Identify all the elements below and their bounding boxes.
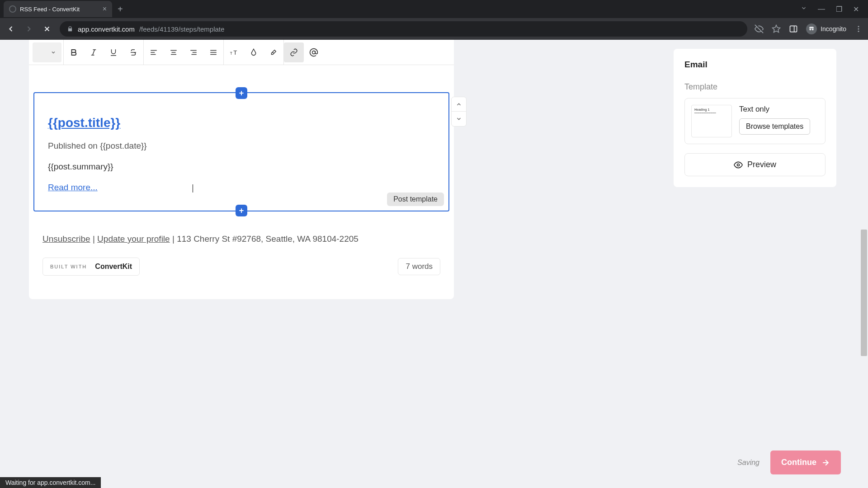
block-content[interactable]: {{post.title}} Published on {{post.date}…	[34, 93, 448, 211]
saving-status: Saving	[737, 459, 760, 467]
mention-button[interactable]	[304, 42, 324, 62]
continue-button[interactable]: Continue	[770, 450, 841, 474]
svg-point-7	[812, 28, 814, 30]
underline-button[interactable]	[104, 42, 123, 62]
continue-label: Continue	[781, 458, 816, 467]
template-section-label: Template	[684, 82, 826, 92]
email-footer: Unsubscribe | Update your profile | 113 …	[33, 234, 449, 258]
align-right-button[interactable]	[184, 42, 203, 62]
word-count: 7 words	[398, 258, 440, 275]
scrollbar-thumb[interactable]	[861, 230, 867, 356]
brand-name: ConvertKit	[95, 263, 132, 271]
separator: |	[93, 234, 97, 244]
browser-tab[interactable]: RSS Feed - ConvertKit ×	[4, 1, 112, 17]
editor-canvas[interactable]: + {{post.title}} Published on {{post.dat…	[29, 65, 454, 299]
template-name: Text only	[739, 105, 810, 114]
read-more-link[interactable]: Read more...	[48, 183, 98, 192]
svg-point-8	[858, 26, 859, 27]
align-left-button[interactable]	[144, 42, 164, 62]
add-block-below-button[interactable]: +	[236, 205, 247, 216]
template-selector: Heading 1 ━━━━━━━━━━━━ Text only Browse …	[684, 98, 826, 144]
editor-toolbar: TT	[29, 40, 454, 65]
read-more-line[interactable]: Read more...	[48, 183, 435, 192]
arrow-right-icon	[821, 458, 830, 467]
browser-chrome: RSS Feed - ConvertKit × + — ❐ ✕ app.conv…	[0, 0, 868, 40]
url-domain: app.convertkit.com	[78, 25, 135, 33]
move-up-button[interactable]	[452, 97, 466, 112]
svg-line-13	[93, 50, 95, 55]
nav-bar: app.convertkit.com/feeds/41139/steps/tem…	[0, 18, 868, 40]
strikethrough-button[interactable]	[123, 42, 143, 62]
post-published-line[interactable]: Published on {{post.date}}	[48, 141, 435, 151]
svg-point-9	[858, 28, 859, 30]
separator: |	[172, 234, 177, 244]
text-cursor	[193, 184, 193, 192]
link-button[interactable]	[284, 42, 304, 62]
editor-bottom-row: BUILT WITH ConvertKit 7 words	[33, 258, 449, 286]
update-profile-link[interactable]: Update your profile	[97, 234, 170, 244]
footer-address: 113 Cherry St #92768, Seattle, WA 98104-…	[177, 234, 359, 244]
post-title[interactable]: {{post.title}}	[48, 116, 435, 130]
incognito-badge[interactable]: Incognito	[806, 23, 846, 34]
block-move-controls	[451, 97, 467, 127]
align-center-button[interactable]	[164, 42, 184, 62]
page-content: TT + {{post.title}} Published on {{post.…	[0, 40, 868, 488]
back-icon[interactable]	[5, 23, 16, 34]
favicon-icon	[9, 5, 16, 13]
preview-label: Preview	[747, 160, 776, 169]
post-summary[interactable]: {{post.summary}}	[48, 162, 435, 172]
svg-text:T: T	[230, 51, 232, 56]
post-date: {{post.date}}	[100, 141, 147, 150]
svg-point-6	[810, 28, 811, 30]
font-size-button[interactable]: TT	[224, 42, 244, 62]
svg-text:T: T	[233, 49, 237, 56]
bookmark-icon[interactable]	[772, 24, 781, 33]
eye-off-icon[interactable]	[755, 24, 764, 33]
close-window-icon[interactable]: ✕	[853, 5, 859, 14]
forward-icon[interactable]	[24, 23, 34, 34]
sidebar-panel: Email Template Heading 1 ━━━━━━━━━━━━ Te…	[674, 49, 836, 187]
move-down-button[interactable]	[452, 112, 466, 126]
tab-bar: RSS Feed - ConvertKit × + — ❐ ✕	[0, 0, 868, 18]
preview-button[interactable]: Preview	[684, 153, 826, 176]
maximize-icon[interactable]: ❐	[836, 5, 842, 14]
menu-icon[interactable]	[854, 25, 863, 33]
bottom-action-bar: Saving Continue	[737, 450, 841, 474]
convertkit-logo: ConvertKit	[92, 263, 132, 271]
scrollbar-track[interactable]	[860, 40, 868, 488]
new-tab-button[interactable]: +	[112, 4, 128, 14]
minimize-icon[interactable]: —	[818, 5, 825, 14]
unsubscribe-link[interactable]: Unsubscribe	[42, 234, 90, 244]
close-tab-icon[interactable]: ×	[103, 5, 107, 13]
browser-right-icons: Incognito	[755, 23, 863, 34]
browse-templates-button[interactable]: Browse templates	[739, 118, 810, 135]
svg-marker-3	[773, 25, 780, 33]
lock-icon	[67, 26, 73, 32]
block-type-label: Post template	[387, 192, 444, 206]
svg-point-10	[858, 31, 859, 32]
svg-point-31	[737, 164, 739, 166]
incognito-icon	[806, 23, 817, 34]
panel-icon[interactable]	[789, 24, 798, 33]
url-path: /feeds/41139/steps/template	[139, 25, 224, 33]
template-thumbnail[interactable]: Heading 1 ━━━━━━━━━━━━	[691, 105, 732, 137]
bold-button[interactable]	[64, 42, 84, 62]
highlight-button[interactable]	[264, 42, 283, 62]
url-bar[interactable]: app.convertkit.com/feeds/41139/steps/tem…	[60, 21, 747, 37]
sidebar-title: Email	[684, 60, 826, 70]
published-prefix: Published on	[48, 141, 100, 150]
built-with-label: BUILT WITH	[50, 264, 87, 269]
italic-button[interactable]	[84, 42, 104, 62]
text-color-button[interactable]	[244, 42, 264, 62]
style-dropdown[interactable]	[33, 42, 61, 62]
built-with-badge[interactable]: BUILT WITH ConvertKit	[42, 258, 140, 276]
post-template-block[interactable]: + {{post.title}} Published on {{post.dat…	[33, 92, 449, 211]
window-controls: — ❐ ✕	[792, 5, 868, 14]
dropdown-icon[interactable]	[801, 5, 807, 14]
align-justify-button[interactable]	[203, 42, 223, 62]
tab-title: RSS Feed - ConvertKit	[20, 6, 80, 13]
svg-point-30	[312, 51, 316, 54]
eye-icon	[734, 160, 743, 169]
browser-status-bar: Waiting for app.convertkit.com...	[0, 477, 101, 488]
stop-icon[interactable]	[42, 23, 52, 34]
